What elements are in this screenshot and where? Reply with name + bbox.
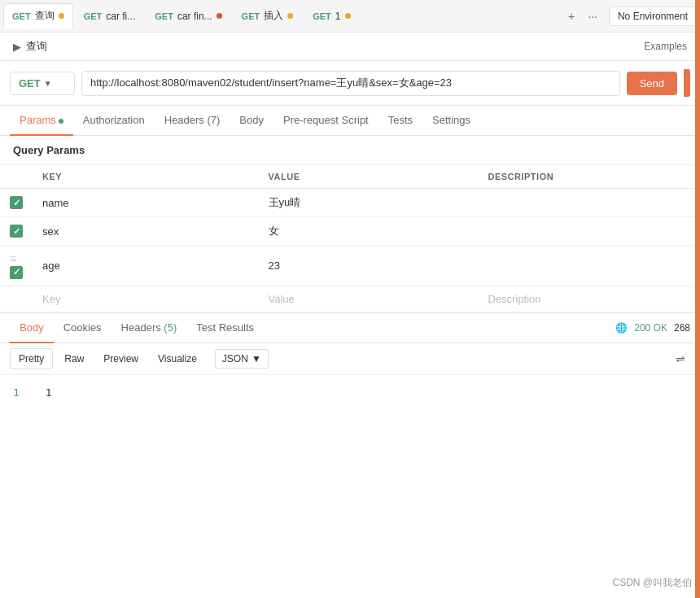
row1-desc-cell: [478, 189, 700, 217]
more-tabs-button[interactable]: ···: [583, 7, 602, 26]
row1-value-cell: 王yu晴: [259, 189, 479, 217]
placeholder-key[interactable]: Key: [33, 286, 259, 312]
json-label: JSON: [222, 353, 248, 364]
req-tab-settings[interactable]: Settings: [422, 106, 480, 136]
format-raw-button[interactable]: Raw: [56, 349, 92, 369]
json-format-select[interactable]: JSON ▼: [215, 349, 269, 369]
tab-dot-3: [217, 13, 222, 19]
tab-method-5: GET: [313, 11, 331, 21]
tab-method-4: GET: [242, 11, 260, 21]
format-pretty-button[interactable]: Pretty: [10, 348, 53, 369]
response-status: 🌐 200 OK 268: [615, 322, 690, 334]
col-desc-header: DESCRIPTION: [478, 165, 700, 189]
json-arrow-icon: ▼: [252, 353, 261, 364]
line-number-1: 1: [13, 385, 26, 402]
tab-label-1: 查询: [35, 9, 55, 23]
tab-label-5: 1: [335, 11, 341, 22]
response-tabs: Body Cookies Headers (5) Test Results 🌐 …: [0, 313, 700, 343]
col-check-header: [0, 165, 33, 189]
environment-button[interactable]: No Environment: [609, 7, 697, 26]
row1-key-cell: name: [33, 189, 259, 217]
tab-method-2: GET: [84, 11, 103, 21]
tab-query[interactable]: GET 查询: [3, 3, 73, 29]
watermark: CSDN @叫我老伯: [612, 576, 692, 590]
sidebar-toggle[interactable]: [684, 69, 690, 97]
response-section: Body Cookies Headers (5) Test Results 🌐 …: [0, 312, 700, 412]
examples-button[interactable]: Examples: [644, 41, 687, 52]
tab-label-2: car fi...: [106, 11, 135, 22]
row2-key-cell: sex: [33, 217, 259, 246]
tab-method-1: GET: [12, 11, 31, 21]
req-tab-params[interactable]: Params: [10, 106, 73, 136]
tab-insert[interactable]: GET 插入: [233, 3, 303, 29]
tabs-bar: GET 查询 GET car fi... GET car fin... GET …: [0, 0, 700, 33]
table-row: name 王yu晴: [0, 189, 700, 217]
params-dot: [59, 119, 63, 124]
tab-dot-5: [345, 13, 351, 19]
format-visualize-button[interactable]: Visualize: [150, 349, 205, 369]
breadcrumb-arrow[interactable]: ▶: [13, 41, 21, 53]
row2-value-cell: 女: [259, 217, 479, 246]
req-tab-authorization[interactable]: Authorization: [73, 106, 155, 136]
code-line-1: 1 1: [13, 385, 687, 402]
row3-desc-cell: [478, 246, 700, 286]
response-toolbar: Pretty Raw Preview Visualize JSON ▼ ⇌: [0, 343, 700, 375]
globe-icon: 🌐: [615, 322, 628, 334]
table-row-placeholder: Key Value Description: [0, 286, 700, 312]
resp-tab-body[interactable]: Body: [10, 313, 54, 343]
req-tab-body[interactable]: Body: [230, 106, 273, 136]
line-content-1: 1: [46, 386, 52, 399]
col-value-header: VALUE: [259, 165, 479, 189]
tab-carfi[interactable]: GET car fi...: [75, 3, 145, 29]
send-button[interactable]: Send: [627, 72, 677, 95]
tab-method-3: GET: [155, 11, 173, 21]
tab-label-3: car fin...: [177, 11, 212, 22]
row3-checkbox[interactable]: [10, 266, 23, 279]
query-params-header: Query Params: [0, 136, 700, 165]
method-arrow-icon: ▼: [44, 79, 52, 88]
row3-value-cell: 23: [259, 246, 479, 286]
tab-1[interactable]: GET 1: [304, 3, 359, 29]
row3-key-cell: age: [33, 246, 259, 286]
row1-checkbox[interactable]: [10, 196, 23, 209]
row2-checkbox[interactable]: [10, 225, 23, 238]
method-label: GET: [19, 77, 41, 89]
placeholder-value[interactable]: Value: [259, 286, 479, 312]
url-input[interactable]: [81, 71, 620, 96]
tab-label-4: 插入: [264, 9, 283, 23]
format-preview-button[interactable]: Preview: [95, 349, 147, 369]
tab-actions: + ··· No Environment: [563, 7, 697, 26]
req-tab-tests[interactable]: Tests: [378, 106, 422, 136]
right-accent-border: [695, 0, 700, 598]
request-tabs: Params Authorization Headers (7) Body Pr…: [0, 106, 700, 136]
response-code-area: 1 1: [0, 375, 700, 412]
placeholder-check: [0, 286, 33, 312]
drag-icon: ≡: [10, 252, 16, 265]
breadcrumb-name: 查询: [26, 39, 47, 54]
wrap-lines-button[interactable]: ⇌: [671, 349, 690, 369]
tab-carfin[interactable]: GET car fin...: [146, 3, 230, 29]
method-select[interactable]: GET ▼: [10, 72, 75, 95]
url-bar: GET ▼ Send: [0, 61, 700, 106]
placeholder-desc[interactable]: Description: [478, 286, 700, 312]
table-row: sex 女: [0, 217, 700, 246]
headers-count: (5): [164, 321, 177, 334]
response-actions: ⇌: [671, 349, 690, 369]
add-tab-button[interactable]: +: [563, 7, 580, 26]
params-table: KEY VALUE DESCRIPTION name 王yu晴 sex 女: [0, 165, 700, 312]
req-tab-prerequest[interactable]: Pre-request Script: [273, 106, 378, 136]
row1-check-cell: [0, 189, 33, 217]
row2-desc-cell: [478, 217, 700, 246]
row2-check-cell: [0, 217, 33, 246]
tab-dot-1: [59, 13, 64, 19]
resp-tab-headers[interactable]: Headers (5): [112, 313, 187, 343]
resp-tab-cookies[interactable]: Cookies: [54, 313, 112, 343]
row3-check-cell: ≡: [0, 246, 33, 286]
response-size: 268: [674, 322, 690, 334]
status-ok-label: 200 OK: [634, 322, 667, 334]
req-tab-headers[interactable]: Headers (7): [155, 106, 230, 136]
tab-dot-4: [287, 13, 293, 19]
col-key-header: KEY: [33, 165, 259, 189]
breadcrumb: ▶ 查询 Examples: [0, 33, 700, 61]
resp-tab-test-results[interactable]: Test Results: [186, 313, 264, 343]
